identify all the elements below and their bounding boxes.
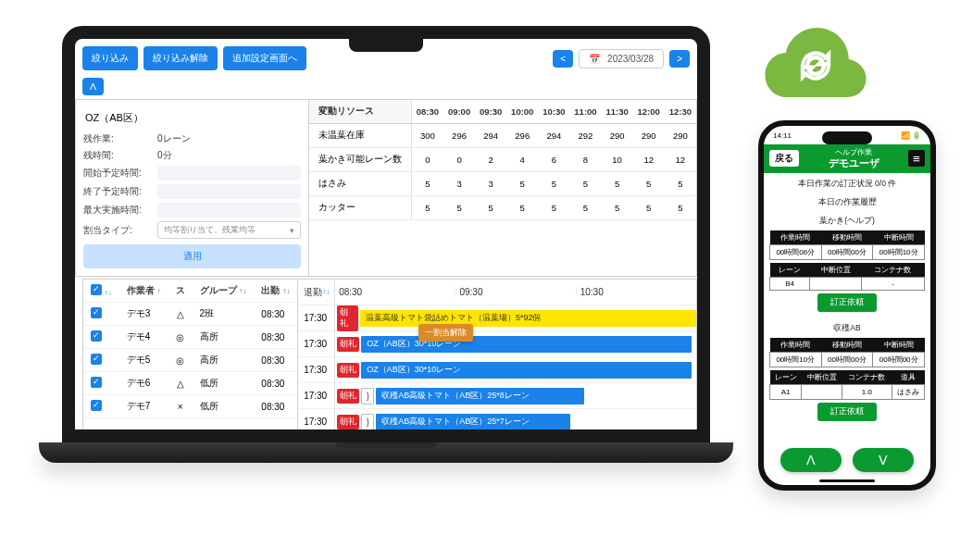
col-arrive[interactable]: 出勤 ↑↓ — [254, 280, 297, 303]
group-name: 低所 — [193, 372, 255, 395]
task-bar[interactable]: OZ（AB区）30*10レーン — [361, 362, 692, 379]
add-settings-button[interactable]: 追加設定画面へ — [223, 46, 306, 70]
col-header: 中断位置 — [810, 263, 862, 278]
resource-value: 290 — [665, 124, 696, 148]
apply-button[interactable]: 適用 — [83, 244, 301, 268]
schedule-bar-row: 17:30 朝礼 } 収穫AB高級トマト（AB区）25*8レーン — [298, 383, 696, 409]
resource-value: 5 — [665, 196, 696, 220]
end-time-input[interactable] — [157, 184, 301, 199]
group-name: 低所 — [193, 395, 255, 418]
resource-value: 2 — [475, 148, 506, 172]
morning-badge: 朝礼 — [337, 305, 358, 331]
task-prefix: } — [361, 388, 374, 404]
section-title: 葉かき(ヘルプ) — [769, 212, 925, 230]
clear-filter-button[interactable]: 絞り込み解除 — [143, 46, 218, 70]
schedule-row: デモ3 △ 2班 08:30 — [83, 303, 297, 326]
col-leave[interactable]: 退勤 ↑↓ — [298, 280, 335, 305]
assign-type-select[interactable]: 均等割り当て、残業均等 ▾ — [157, 221, 301, 239]
menu-button[interactable]: ≡ — [908, 150, 925, 167]
task-bar[interactable]: OZ（AB区）30*10レーン — [361, 336, 692, 353]
cell-value — [810, 277, 862, 290]
filter-button[interactable]: 絞り込み — [82, 46, 138, 70]
resource-value: 5 — [411, 172, 443, 196]
time-tick: 10:30 — [576, 287, 696, 297]
cell-value: 00時間00分 — [821, 244, 873, 259]
work-section: 葉かき(ヘルプ) 作業時間移動時間中断時間00時間06分00時間00分00時間1… — [769, 212, 925, 312]
arrive-time: 08:30 — [254, 395, 297, 418]
phone-header: 戻る ヘルプ作業 デモユーザ ≡ — [764, 144, 930, 173]
row-label: 残時間: — [83, 149, 157, 162]
resource-value: 294 — [538, 124, 569, 148]
resource-value: 5 — [411, 196, 443, 220]
arrive-time: 08:30 — [254, 326, 297, 349]
arrive-time: 08:30 — [254, 303, 297, 326]
resource-table-panel: 変動リソース08:3009:0009:3010:0010:3011:0011:3… — [308, 99, 697, 277]
resource-value: 3 — [443, 172, 475, 196]
prev-date-button[interactable]: < — [553, 50, 573, 68]
row-label: 終了予定時間: — [83, 185, 157, 198]
row-checkbox[interactable] — [91, 354, 102, 365]
row-checkbox[interactable] — [91, 400, 102, 411]
scroll-down-button[interactable]: ᐯ — [853, 448, 914, 472]
time-header: 10:00 — [506, 100, 538, 124]
morning-badge: 朝礼 — [337, 363, 359, 378]
resource-name-header: 変動リソース — [309, 100, 411, 124]
resource-name: 未温葉在庫 — [309, 124, 411, 148]
next-date-button[interactable]: > — [669, 50, 690, 68]
col-worker[interactable]: 作業者 ↑ — [119, 280, 168, 303]
worker-name: デモ3 — [119, 303, 168, 326]
home-indicator — [819, 479, 875, 482]
cell-value: 00時間00分 — [873, 352, 925, 367]
arrive-time: 08:30 — [254, 372, 297, 395]
resource-value: 0 — [411, 148, 443, 172]
morning-badge: 朝礼 — [337, 389, 359, 404]
collapse-panel-button[interactable]: ᐱ — [82, 78, 104, 95]
resource-value: 300 — [411, 124, 443, 148]
row-checkbox[interactable] — [91, 377, 102, 388]
resource-row: 未温葉在庫300296294296294292290290290 — [309, 124, 696, 148]
task-prefix: } — [361, 414, 374, 430]
resource-row: はさみ533555555 — [309, 172, 696, 196]
resource-value: 5 — [538, 196, 569, 220]
row-checkbox[interactable] — [91, 330, 102, 342]
task-bar[interactable]: 収穫AB高級トマト（AB区）25*7レーン — [376, 414, 569, 430]
col-header: 移動時間 — [821, 338, 873, 353]
col-header: コンテナ数 — [861, 263, 924, 278]
panel-title: OZ（AB区） — [83, 107, 301, 132]
time-header: 12:00 — [633, 100, 665, 124]
col-status[interactable]: ス — [168, 280, 193, 303]
unassign-popover[interactable]: 一割当解除 — [418, 324, 473, 342]
leave-time: 17:30 — [298, 305, 335, 330]
task-bar[interactable]: 温葉高級トマト袋詰めトマト（温葉場）5*92個 — [360, 310, 696, 327]
correction-request-button[interactable]: 訂正依頼 — [817, 403, 877, 421]
resource-value: 5 — [633, 196, 665, 220]
col-header: 中断時間 — [873, 338, 925, 353]
time-tick: 09:30 — [455, 287, 575, 297]
cell-value: B4 — [770, 277, 810, 290]
time-header: 09:00 — [443, 100, 475, 124]
row-checkbox[interactable] — [91, 307, 102, 318]
start-time-input[interactable] — [157, 166, 301, 180]
correction-request-button[interactable]: 訂正依頼 — [817, 293, 877, 312]
cell-value: - — [861, 277, 924, 290]
time-header: 09:30 — [475, 100, 506, 124]
time-header: 11:00 — [569, 100, 601, 124]
resource-name: カッター — [309, 196, 411, 220]
max-time-input[interactable] — [157, 203, 301, 218]
phone-footer: ᐱ ᐯ — [764, 448, 930, 472]
resource-value: 5 — [443, 196, 475, 220]
back-button[interactable]: 戻る — [769, 150, 799, 167]
resource-value: 5 — [475, 196, 506, 220]
resource-value: 5 — [633, 172, 665, 196]
section-title: 収穫AB — [769, 319, 925, 338]
scroll-up-button[interactable]: ᐱ — [780, 448, 842, 472]
date-picker[interactable]: 📅 2023/03/28 — [579, 49, 664, 68]
time-table: 作業時間移動時間中断時間00時間10分00時間00分00時間00分 — [769, 338, 925, 367]
col-group[interactable]: グループ ↑↓ — [193, 280, 255, 303]
resource-value: 5 — [569, 172, 601, 196]
col-header: 移動時間 — [821, 230, 873, 245]
cell-value: 00時間06分 — [770, 244, 822, 259]
select-all-checkbox[interactable] — [91, 284, 102, 295]
work-section: 収穫AB 作業時間移動時間中断時間00時間10分00時間00分00時間00分 レ… — [769, 319, 925, 421]
task-bar[interactable]: 収穫AB高級トマト（AB区）25*8レーン — [376, 388, 584, 404]
